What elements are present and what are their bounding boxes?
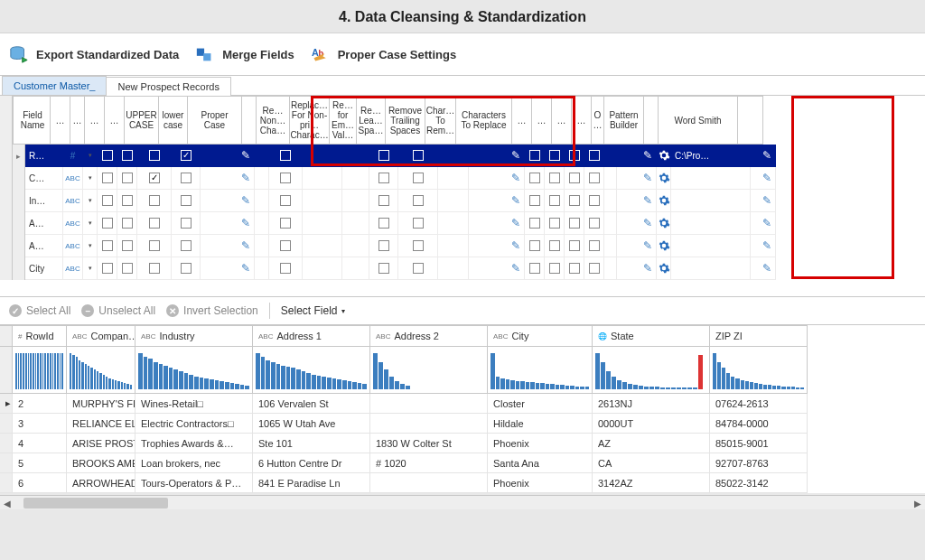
row-handle[interactable] xyxy=(0,414,13,434)
row-handle[interactable] xyxy=(0,453,13,473)
col-address2[interactable]: ABCAddress 2 xyxy=(370,325,488,347)
checkbox[interactable] xyxy=(122,263,133,274)
col-zip[interactable]: ZIP ZI xyxy=(710,325,808,347)
dropdown-cell[interactable]: ▾ xyxy=(83,190,98,212)
config-row[interactable]: CityABC▾✎✎✎✎ xyxy=(25,257,776,280)
proper-case-cell[interactable]: ✎ xyxy=(201,257,255,280)
pencil-icon[interactable]: ✎ xyxy=(241,217,250,229)
row-handle[interactable] xyxy=(13,212,25,235)
col-industry[interactable]: ABCIndustry xyxy=(135,325,253,347)
checkbox[interactable] xyxy=(122,150,133,161)
checkbox[interactable] xyxy=(378,173,389,183)
checkbox[interactable] xyxy=(569,218,580,229)
pencil-icon[interactable]: ✎ xyxy=(511,172,520,184)
pencil-icon[interactable]: ✎ xyxy=(643,149,652,162)
checkbox[interactable] xyxy=(280,173,291,183)
gear-icon[interactable] xyxy=(658,194,670,207)
col-re-non-char[interactable]: Re… Non… Cha… xyxy=(257,96,290,145)
col-word-smith[interactable]: Word Smith xyxy=(659,96,738,145)
checkbox[interactable] xyxy=(122,240,133,251)
row-handle[interactable] xyxy=(13,167,25,190)
checkbox[interactable] xyxy=(378,218,389,229)
pencil-icon[interactable]: ✎ xyxy=(643,262,652,275)
checkbox[interactable] xyxy=(589,195,600,206)
pencil-icon[interactable]: ✎ xyxy=(241,262,250,275)
checkbox[interactable] xyxy=(549,218,560,229)
checkbox[interactable] xyxy=(122,218,133,229)
pencil-icon[interactable]: ✎ xyxy=(241,194,250,207)
checkbox[interactable] xyxy=(569,150,580,161)
dropdown-cell[interactable]: ▾ xyxy=(83,167,98,190)
proper-case-cell[interactable]: ✎ xyxy=(201,190,255,212)
col-proper-case[interactable]: Proper Case xyxy=(188,96,242,145)
checkbox[interactable] xyxy=(102,240,113,251)
col-dots-7[interactable]: … xyxy=(552,96,572,145)
col-lower-case[interactable]: lower case xyxy=(159,96,188,145)
proper-case-cell[interactable]: ✎ xyxy=(201,145,255,167)
checkbox[interactable] xyxy=(413,150,424,161)
checkbox[interactable] xyxy=(589,173,600,183)
data-row[interactable]: ▸2MURPHY'S FINE WINEWines-Retail□106 Ver… xyxy=(0,394,925,414)
col-dots-6[interactable]: … xyxy=(532,96,552,145)
checkbox[interactable] xyxy=(102,173,113,183)
gear-icon[interactable] xyxy=(658,239,670,252)
checkbox[interactable] xyxy=(569,195,580,206)
proper-case-settings-button[interactable]: Ab Proper Case Settings xyxy=(311,44,457,64)
checkbox[interactable] xyxy=(181,195,192,206)
pencil-icon[interactable]: ✎ xyxy=(511,149,520,162)
scroll-left-arrow[interactable]: ◀ xyxy=(0,496,14,510)
col-characters-to-replace[interactable]: Characters To Replace xyxy=(456,96,512,145)
col-re-for-empty[interactable]: Re… for Em… Val… xyxy=(330,96,357,145)
checkbox[interactable] xyxy=(569,240,580,251)
data-row[interactable]: 4ARISE PROSTHETIC…Trophies Awards &…Ste … xyxy=(0,434,925,453)
wordsmith-cell[interactable] xyxy=(671,235,751,257)
select-all-button[interactable]: ✓ Select All xyxy=(9,304,70,317)
dropdown-cell[interactable]: ▾ xyxy=(83,145,98,167)
pencil-icon[interactable]: ✎ xyxy=(511,217,520,229)
dropdown-cell[interactable]: ▾ xyxy=(83,212,98,235)
checkbox[interactable] xyxy=(102,263,113,274)
col-dots-8[interactable]: … xyxy=(572,96,592,145)
checkbox[interactable] xyxy=(529,195,540,206)
checkbox[interactable] xyxy=(181,150,192,161)
col-hash[interactable]: #RowId xyxy=(13,325,67,347)
row-handle[interactable]: ▸ xyxy=(0,394,13,414)
pencil-icon[interactable]: ✎ xyxy=(762,239,771,252)
checkbox[interactable] xyxy=(149,263,160,274)
row-handle[interactable] xyxy=(13,257,25,280)
scrollbar-thumb[interactable] xyxy=(23,498,168,509)
wordsmith-cell[interactable] xyxy=(671,212,751,235)
col-pattern-builder[interactable]: Pattern Builder xyxy=(604,96,644,145)
checkbox[interactable] xyxy=(280,263,291,274)
pencil-icon[interactable]: ✎ xyxy=(762,217,771,229)
checkbox[interactable] xyxy=(549,150,560,161)
pencil-icon[interactable]: ✎ xyxy=(511,194,520,207)
checkbox[interactable] xyxy=(122,173,133,183)
checkbox[interactable] xyxy=(569,263,580,274)
checkbox[interactable] xyxy=(378,195,389,206)
checkbox[interactable] xyxy=(529,173,540,183)
row-handle[interactable] xyxy=(13,235,25,257)
checkbox[interactable] xyxy=(589,263,600,274)
checkbox[interactable] xyxy=(549,263,560,274)
checkbox[interactable] xyxy=(181,173,192,183)
checkbox[interactable] xyxy=(378,263,389,274)
checkbox[interactable] xyxy=(149,150,160,161)
checkbox[interactable] xyxy=(529,263,540,274)
checkbox[interactable] xyxy=(122,195,133,206)
checkbox[interactable] xyxy=(181,218,192,229)
pencil-icon[interactable]: ✎ xyxy=(241,172,250,184)
pencil-icon[interactable]: ✎ xyxy=(762,194,771,207)
col-dots-3[interactable]: … xyxy=(85,96,105,145)
checkbox[interactable] xyxy=(413,173,424,183)
col-field-name[interactable]: Field Name xyxy=(13,96,51,145)
checkbox[interactable] xyxy=(549,240,560,251)
pencil-icon[interactable]: ✎ xyxy=(643,239,652,252)
checkbox[interactable] xyxy=(149,195,160,206)
gear-icon[interactable] xyxy=(658,217,670,229)
select-field-dropdown[interactable]: Select Field ▾ xyxy=(281,304,346,317)
col-dots-5[interactable]: … xyxy=(512,96,532,145)
col-dots-4[interactable]: … xyxy=(105,96,125,145)
checkbox[interactable] xyxy=(378,150,389,161)
data-row[interactable]: 5BROOKS AMERICALoan brokers, nec6 Hutton… xyxy=(0,453,925,473)
